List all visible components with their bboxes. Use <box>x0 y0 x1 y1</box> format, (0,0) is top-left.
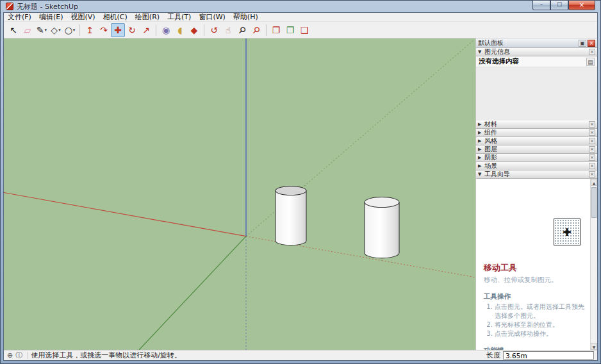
toolbar-separator <box>266 24 267 36</box>
status-message: 使用选择工具，或挑选一事物以进行移动/旋转。 <box>31 351 181 360</box>
section-close-icon[interactable]: × <box>589 154 595 161</box>
move-cursor-icon: ✚ <box>563 226 571 238</box>
zoom-tool-button[interactable]: ⚲ <box>235 23 249 37</box>
chevron-down-icon: ▼ <box>478 49 484 54</box>
minimize-button[interactable]: – <box>532 1 550 10</box>
menu-edit[interactable]: 编辑(E) <box>35 13 67 22</box>
paint-bucket-tool-button[interactable]: ◆ <box>187 23 201 37</box>
extension-warehouse-icon: ❑ <box>300 24 309 37</box>
section-close-icon[interactable]: × <box>589 129 595 136</box>
panel-close-icon[interactable]: × <box>588 40 595 47</box>
dropdown-caret-icon[interactable]: ▾ <box>45 28 47 33</box>
paint-bucket-tool-icon: ◆ <box>191 24 198 37</box>
section-close-icon[interactable]: × <box>589 49 595 55</box>
section-label: 组件 <box>484 128 497 137</box>
share-model-button[interactable]: ❐ <box>283 23 297 37</box>
share-model-icon: ❐ <box>286 24 295 37</box>
chevron-right-icon: ▶ <box>478 122 484 127</box>
content-area: 默认面板 ▣ × ▼ 图元信息 × 没有选择内容 ▤ <box>4 38 597 350</box>
dropdown-caret-icon[interactable]: ▾ <box>73 28 76 33</box>
section-close-icon[interactable]: × <box>589 121 595 128</box>
toolbar: ↖ ▱ ✎▾ ◇▾ ○▾ ↥ ↷ ✚ ↻ ↗ ◉ ◖ ◆ ↺ ☝ ⚲ ⚲ ❐ ❐… <box>4 22 597 38</box>
maximize-button[interactable]: ☐ <box>550 1 568 10</box>
section-label: 图元信息 <box>484 47 510 56</box>
extension-warehouse-button[interactable]: ❑ <box>297 23 311 37</box>
shapes-tool-icon: ◇ <box>51 24 58 37</box>
get-models-button[interactable]: ❐ <box>269 23 283 37</box>
move-tool-button[interactable]: ✚ <box>111 23 125 37</box>
menu-window[interactable]: 窗口(W) <box>195 13 229 22</box>
cylinder-1-body[interactable] <box>276 190 306 245</box>
section-entity-info[interactable]: ▼ 图元信息 × <box>476 48 597 56</box>
3d-viewport[interactable] <box>4 38 475 350</box>
scale-tool-button[interactable]: ↗ <box>139 23 153 37</box>
instructor-step: 点击图元。或者用选择工具预先选择多个图元。 <box>495 302 584 320</box>
3d-viewport-canvas[interactable] <box>4 38 475 350</box>
menu-camera[interactable]: 相机(C) <box>99 13 131 22</box>
shapes-tool-button[interactable]: ◇▾ <box>49 23 63 37</box>
section-instructor[interactable]: ▼ 工具向导 × <box>476 170 597 179</box>
follow-me-tool-button[interactable]: ↷ <box>97 23 111 37</box>
entity-details-toggle-icon[interactable]: ▤ <box>586 58 595 66</box>
instructor-step: 将光标移至新的位置。 <box>495 320 584 329</box>
select-tool-button[interactable]: ↖ <box>6 23 21 37</box>
section-close-icon[interactable]: × <box>589 138 595 144</box>
scrollbar-thumb[interactable] <box>591 187 597 218</box>
entity-info-content: 没有选择内容 ▤ <box>476 56 597 120</box>
section-label: 材料 <box>484 120 497 129</box>
menu-draw[interactable]: 绘图(R) <box>131 13 163 22</box>
cylinder-1-top[interactable] <box>276 186 306 195</box>
circle-tool-button[interactable]: ○▾ <box>63 23 77 37</box>
scroll-down-icon[interactable]: ▼ <box>591 343 597 350</box>
section-close-icon[interactable]: × <box>589 163 595 169</box>
menu-file[interactable]: 文件(F) <box>4 13 35 22</box>
default-panel-header[interactable]: 默认面板 ▣ × <box>476 38 597 48</box>
close-button[interactable]: × <box>568 1 595 10</box>
pan-tool-button[interactable]: ☝ <box>221 23 235 37</box>
section-close-icon[interactable]: × <box>589 171 595 178</box>
window-controls: – ☐ × <box>532 1 595 10</box>
title-bar[interactable]: 无标题 - SketchUp <box>1 1 600 12</box>
section-label: 图层 <box>484 145 497 154</box>
dropdown-caret-icon[interactable]: ▾ <box>58 28 61 33</box>
entity-info-row: 没有选择内容 ▤ <box>476 56 597 67</box>
line-tool-icon: ✎ <box>37 24 44 37</box>
measurement-box: 长度 <box>486 351 594 360</box>
instructor-subtitle: 移动、拉伸或复制图元。 <box>484 276 584 285</box>
measurement-input[interactable] <box>503 351 594 360</box>
instructor-title: 移动工具 <box>484 262 584 274</box>
measurement-label: 长度 <box>486 351 500 360</box>
geolocation-icon[interactable]: ⊕ <box>7 351 13 360</box>
follow-me-tool-icon: ↷ <box>100 24 108 37</box>
orbit-tool-button[interactable]: ↺ <box>207 23 221 37</box>
rotate-tool-button[interactable]: ↻ <box>125 23 139 37</box>
line-tool-button[interactable]: ✎▾ <box>35 23 49 37</box>
chevron-right-icon: ▶ <box>478 155 484 160</box>
toolbar-separator <box>156 24 156 36</box>
cylinder-2-body[interactable] <box>365 203 399 258</box>
zoom-extents-tool-button[interactable]: ⚲ <box>249 23 263 37</box>
section-close-icon[interactable]: × <box>589 146 595 153</box>
eraser-tool-button[interactable]: ▱ <box>21 23 35 37</box>
toolbar-separator <box>79 24 80 36</box>
scale-tool-icon: ↗ <box>142 24 150 37</box>
cylinder-2-top[interactable] <box>365 197 399 208</box>
menu-view[interactable]: 视图(V) <box>67 13 99 22</box>
panel-pin-icon[interactable]: ▣ <box>579 40 586 47</box>
push-pull-tool-button[interactable]: ↥ <box>83 23 97 37</box>
menu-tools[interactable]: 工具(T) <box>163 13 195 22</box>
instructor-scrollbar[interactable]: ▲ ▼ <box>590 179 597 350</box>
tape-measure-tool-button[interactable]: ◉ <box>159 23 173 37</box>
rotate-tool-icon: ↻ <box>128 24 136 37</box>
zoom-extents-tool-icon: ⚲ <box>249 23 263 37</box>
client-area: 文件(F) 编辑(E) 视图(V) 相机(C) 绘图(R) 工具(T) 窗口(W… <box>3 12 598 361</box>
menu-help[interactable]: 帮助(H) <box>229 13 262 22</box>
instructor-content: 移动工具 移动、拉伸或复制图元。 工具操作 点击图元。或者用选择工具预先选择多个… <box>476 262 597 350</box>
pan-tool-icon: ☝ <box>226 24 231 37</box>
scroll-up-icon[interactable]: ▲ <box>591 179 597 186</box>
chevron-right-icon: ▶ <box>478 147 484 152</box>
eraser-tool-icon: ▱ <box>24 24 31 37</box>
credit-icon[interactable]: ⓘ <box>15 351 22 360</box>
push-pull-tool-icon: ↥ <box>86 24 94 37</box>
protractor-tool-button[interactable]: ◖ <box>173 23 187 37</box>
